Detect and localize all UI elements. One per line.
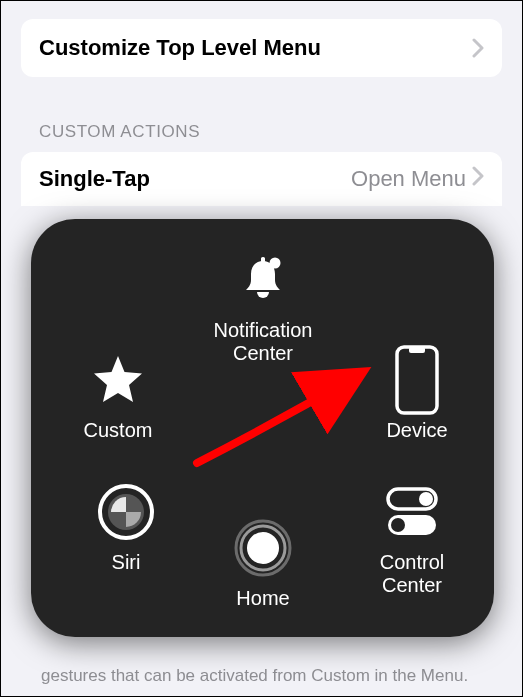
toggles-icon xyxy=(382,481,442,543)
assistive-home-label: Home xyxy=(236,587,289,610)
assistive-notification-center-label: Notification Center xyxy=(198,319,328,365)
single-tap-row[interactable]: Single-Tap Open Menu xyxy=(21,152,502,206)
assistive-device-label: Device xyxy=(386,419,447,442)
chevron-right-icon xyxy=(472,166,484,192)
svg-point-12 xyxy=(247,532,279,564)
customize-top-level-menu-row[interactable]: Customize Top Level Menu xyxy=(21,19,502,77)
svg-rect-2 xyxy=(397,347,437,413)
custom-actions-section-header: CUSTOM ACTIONS xyxy=(39,122,502,142)
single-tap-label: Single-Tap xyxy=(39,166,150,192)
assistive-control-center-label: Control Center xyxy=(352,551,472,597)
svg-rect-1 xyxy=(261,257,265,263)
bell-icon xyxy=(235,249,291,311)
customize-top-level-menu-label: Customize Top Level Menu xyxy=(39,35,321,61)
chevron-right-icon xyxy=(472,38,484,58)
assistive-notification-center[interactable]: Notification Center xyxy=(198,249,328,365)
assistive-home[interactable]: Home xyxy=(198,517,328,610)
assistive-siri[interactable]: Siri xyxy=(71,481,181,574)
assistive-custom-label: Custom xyxy=(84,419,153,442)
phone-icon xyxy=(394,349,440,411)
svg-point-0 xyxy=(270,258,281,269)
assistive-touch-menu: Notification Center Custom Device xyxy=(31,219,494,637)
svg-rect-3 xyxy=(409,347,425,353)
assistive-custom[interactable]: Custom xyxy=(53,349,183,442)
svg-point-7 xyxy=(419,492,433,506)
assistive-control-center[interactable]: Control Center xyxy=(352,481,472,597)
star-icon xyxy=(90,349,146,411)
home-button-icon xyxy=(233,517,293,579)
svg-point-9 xyxy=(391,518,405,532)
siri-icon xyxy=(97,481,155,543)
assistive-device[interactable]: Device xyxy=(362,349,472,442)
assistive-siri-label: Siri xyxy=(112,551,141,574)
single-tap-value: Open Menu xyxy=(351,166,466,192)
footer-description: gestures that can be activated from Cust… xyxy=(41,665,482,688)
